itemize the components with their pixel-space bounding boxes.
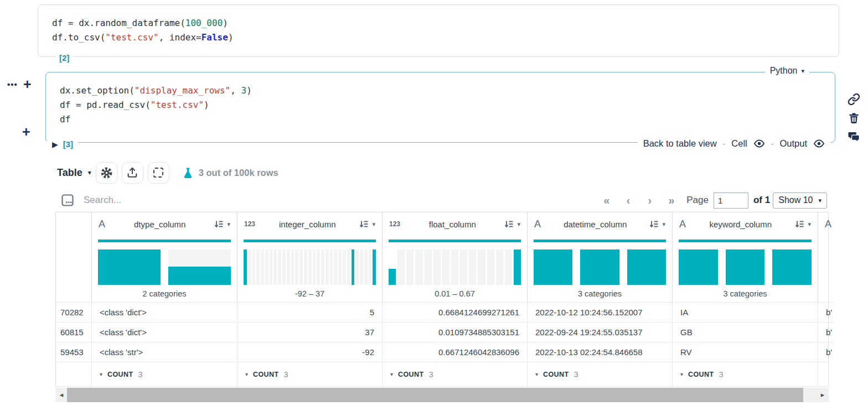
prev-page-button[interactable]: ‹ bbox=[617, 190, 639, 210]
aggregate-type-label: COUNT bbox=[398, 371, 423, 378]
column-header-dtype_column[interactable]: Adtype_column▾ bbox=[91, 212, 237, 236]
run-row: ▶ [3] bbox=[47, 139, 78, 149]
add-cell-above-button[interactable]: + bbox=[23, 76, 32, 92]
column-header-integer_column[interactable]: 123integer_column▾ bbox=[237, 212, 382, 236]
table-footer-row: ▾COUNT3▾COUNT3▾COUNT3▾COUNT3▾COUNT3 bbox=[56, 362, 828, 386]
scroll-left-arrow-icon[interactable]: ◂ bbox=[56, 388, 66, 402]
data-table: Adtype_column▾123integer_column▾123float… bbox=[55, 212, 829, 387]
chevron-down-icon[interactable]: ▾ bbox=[372, 221, 375, 228]
histogram-bin bbox=[295, 249, 298, 285]
category-bar bbox=[627, 249, 666, 285]
scrollbar-thumb[interactable] bbox=[67, 388, 803, 402]
category-slot bbox=[772, 249, 812, 285]
chevron-down-icon: ▾ bbox=[818, 197, 822, 204]
sort-icon[interactable] bbox=[795, 220, 804, 228]
sort-icon[interactable] bbox=[504, 220, 514, 228]
pagination: « ‹ › » Page of 1 Show 10 ▾ bbox=[596, 190, 827, 210]
page-number-input[interactable] bbox=[714, 193, 748, 209]
histogram-bin bbox=[321, 249, 324, 285]
histogram-bin bbox=[343, 249, 346, 285]
histogram-bin bbox=[373, 249, 376, 285]
back-to-table-view-link[interactable]: Back to table view bbox=[643, 138, 717, 149]
chevron-down-icon[interactable]: ▾ bbox=[535, 371, 538, 377]
histogram-bin bbox=[433, 249, 441, 285]
run-cell-button[interactable]: ▶ bbox=[52, 140, 58, 149]
chevron-down-icon[interactable]: ▾ bbox=[662, 221, 665, 228]
histogram-bin bbox=[299, 249, 303, 285]
column-header-float_column[interactable]: 123float_column▾ bbox=[382, 212, 527, 236]
category-bars bbox=[534, 249, 666, 285]
chevron-down-icon[interactable]: ▾ bbox=[680, 371, 683, 377]
first-page-button[interactable]: « bbox=[596, 190, 617, 210]
cell-action-rail bbox=[848, 93, 860, 143]
string-type-icon: A bbox=[825, 218, 831, 230]
chevron-down-icon[interactable]: ▾ bbox=[245, 371, 248, 377]
table-controls-row: Search... « ‹ › » Page of 1 Show 10 ▾ bbox=[55, 190, 829, 210]
code-editor-1[interactable]: df = dx.random_dataframe(100_000)df.to_c… bbox=[38, 5, 839, 45]
row-index-cell: 60815 bbox=[56, 322, 91, 342]
table-cell: <class 'str'> bbox=[91, 342, 237, 362]
column-name: datetime_column bbox=[544, 220, 646, 229]
summary-top-bar bbox=[244, 240, 376, 242]
column-name: integer_column bbox=[259, 220, 356, 229]
page-size-select[interactable]: Show 10 ▾ bbox=[773, 193, 827, 209]
column-summary-dtype_column: 2 categories bbox=[91, 236, 237, 302]
trash-icon[interactable] bbox=[848, 112, 860, 124]
cell-menu-icon[interactable]: ••• bbox=[7, 80, 18, 89]
column-search-icon[interactable] bbox=[61, 194, 74, 207]
histogram-bin bbox=[451, 249, 458, 285]
column-header-datetime_column[interactable]: Adatetime_column▾ bbox=[527, 212, 672, 236]
category-bar bbox=[168, 267, 231, 285]
column-aggregate-integer_column: ▾COUNT3 bbox=[237, 362, 382, 386]
summary-top-bar bbox=[679, 240, 812, 242]
page-label: Page bbox=[686, 195, 709, 206]
search-input[interactable]: Search... bbox=[84, 195, 121, 206]
view-type-dropdown[interactable]: Table ▾ bbox=[57, 167, 91, 179]
sort-icon[interactable] bbox=[359, 220, 369, 228]
chevron-down-icon: ▾ bbox=[801, 67, 804, 75]
selection-button[interactable] bbox=[148, 162, 169, 184]
histogram-bin bbox=[330, 249, 333, 285]
column-name: float_column bbox=[404, 220, 501, 229]
histogram-bin bbox=[514, 249, 521, 285]
column-header-keyword_column[interactable]: Akeyword_column▾ bbox=[672, 212, 818, 236]
histogram-bin bbox=[278, 249, 281, 285]
output-toolbar: Table ▾ 3 out of 100k rows bbox=[57, 162, 278, 184]
comments-icon[interactable] bbox=[848, 131, 860, 143]
chevron-down-icon[interactable]: ▾ bbox=[390, 371, 393, 377]
chevron-down-icon[interactable]: ▾ bbox=[517, 221, 520, 228]
sample-indicator bbox=[183, 167, 193, 179]
scroll-right-arrow-icon[interactable]: ▸ bbox=[818, 388, 828, 402]
add-cell-below-button[interactable]: + bbox=[22, 124, 30, 140]
histogram-bin bbox=[334, 249, 337, 285]
sort-icon[interactable] bbox=[649, 220, 659, 228]
summary-label: 3 categories bbox=[679, 289, 812, 298]
link-icon[interactable] bbox=[848, 93, 860, 106]
table-cell: <class 'dict'> bbox=[91, 302, 237, 322]
aggregate-value: 3 bbox=[719, 370, 723, 379]
chevron-down-icon[interactable]: ▾ bbox=[808, 221, 811, 228]
sort-icon[interactable] bbox=[214, 220, 224, 228]
settings-button[interactable] bbox=[96, 162, 117, 184]
horizontal-scrollbar[interactable]: ◂ ▸ bbox=[55, 388, 829, 402]
histogram-bin bbox=[347, 249, 350, 285]
last-page-button[interactable]: » bbox=[660, 190, 682, 210]
cell-visibility-eye-icon[interactable] bbox=[753, 139, 765, 148]
category-bar bbox=[534, 249, 572, 285]
export-button[interactable] bbox=[122, 162, 143, 184]
chevron-down-icon[interactable]: ▾ bbox=[227, 221, 230, 228]
language-selector[interactable]: Python ▾ bbox=[765, 66, 809, 76]
output-visibility-eye-icon[interactable] bbox=[813, 139, 825, 148]
histogram-bin bbox=[360, 249, 363, 285]
index-footer-cell bbox=[56, 362, 91, 386]
column-header-partial[interactable]: A bbox=[818, 212, 831, 236]
table-cell: 0.0109734885303151 bbox=[382, 322, 527, 342]
histogram-bars bbox=[244, 249, 376, 285]
code-editor-2[interactable]: dx.set_option("display_max_rows", 3)df =… bbox=[46, 72, 835, 127]
chevron-down-icon[interactable]: ▾ bbox=[100, 371, 102, 377]
summary-top-bar bbox=[389, 240, 521, 242]
next-page-button[interactable]: › bbox=[639, 190, 660, 210]
string-type-icon: A bbox=[534, 218, 541, 230]
histogram-bars bbox=[389, 249, 521, 285]
page-of-label: of 1 bbox=[753, 195, 770, 206]
